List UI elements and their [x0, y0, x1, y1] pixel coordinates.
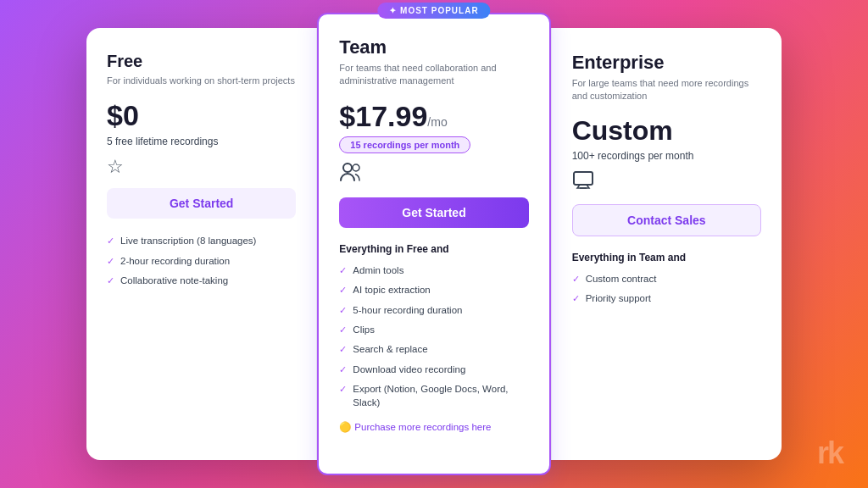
enterprise-plan-price: Custom — [572, 115, 761, 147]
purchase-recordings-link[interactable]: 🟡Purchase more recordings here — [339, 421, 528, 433]
team-plan-description: For teams that need collaboration and ad… — [339, 62, 528, 88]
free-feature-1: ✓Live transcription (8 languages) — [107, 234, 296, 247]
check-icon: ✓ — [107, 255, 114, 268]
check-icon: ✓ — [572, 292, 580, 305]
check-icon: ✓ — [339, 383, 347, 396]
free-plan-description: For individuals working on short-term pr… — [107, 75, 296, 87]
team-feature-5: ✓Search & replace — [339, 342, 528, 356]
team-price-permonth: /mo — [427, 115, 447, 129]
enterprise-features-heading: Everything in Team and — [572, 252, 761, 263]
team-feature-2: ✓AI topic extraction — [339, 283, 528, 297]
svg-point-0 — [343, 164, 352, 172]
check-icon: ✓ — [107, 274, 114, 287]
team-get-started-button[interactable]: Get Started — [339, 197, 528, 228]
free-feature-list: ✓Live transcription (8 languages) ✓2-hou… — [107, 234, 296, 287]
team-feature-4: ✓Clips — [339, 323, 528, 336]
check-icon: ✓ — [339, 284, 347, 297]
check-icon: ✓ — [339, 324, 347, 336]
purchase-link-text: Purchase more recordings here — [354, 422, 491, 432]
free-feature-2: ✓2-hour recording duration — [107, 254, 296, 268]
team-feature-list: ✓Admin tools ✓AI topic extraction ✓5-hou… — [339, 263, 528, 410]
team-features-heading: Everything in Free and — [339, 243, 528, 255]
watermark: rk — [817, 435, 843, 471]
enterprise-contact-sales-button[interactable]: Contact Sales — [572, 204, 761, 236]
check-icon: ✓ — [339, 363, 347, 376]
svg-point-1 — [353, 164, 359, 171]
check-icon: ✓ — [107, 235, 114, 247]
plan-enterprise: Enterprise For large teams that need mor… — [551, 28, 782, 460]
team-recordings-badge: 15 recordings per month — [339, 136, 470, 153]
enterprise-feature-list: ✓Custom contract ✓Priority support — [572, 272, 761, 306]
enterprise-plan-icon — [572, 170, 761, 194]
team-plan-price: $17.99/mo — [339, 100, 528, 133]
enterprise-plan-recordings: 100+ recordings per month — [572, 150, 761, 162]
team-feature-6: ✓Download video recording — [339, 363, 528, 376]
svg-rect-2 — [574, 172, 593, 185]
purchase-emoji: 🟡 — [339, 422, 351, 432]
free-plan-recordings: 5 free lifetime recordings — [107, 136, 296, 147]
free-plan-icon: ☆ — [107, 156, 296, 178]
plan-free: Free For individuals working on short-te… — [86, 28, 317, 460]
free-plan-name: Free — [107, 52, 296, 71]
enterprise-plan-name: Enterprise — [572, 52, 761, 74]
free-plan-price: $0 — [107, 99, 296, 132]
enterprise-feature-2: ✓Priority support — [572, 291, 761, 305]
check-icon: ✓ — [339, 304, 347, 317]
team-feature-3: ✓5-hour recording duration — [339, 303, 528, 317]
plan-team: ✦ MOST POPULAR Team For teams that need … — [317, 13, 550, 475]
pricing-container: Free For individuals working on short-te… — [86, 28, 782, 460]
team-feature-1: ✓Admin tools — [339, 263, 528, 277]
team-plan-icon — [339, 162, 528, 187]
enterprise-plan-description: For large teams that need more recording… — [572, 77, 761, 103]
most-popular-badge: ✦ MOST POPULAR — [377, 3, 490, 19]
enterprise-feature-1: ✓Custom contract — [572, 272, 761, 286]
check-icon: ✓ — [339, 264, 347, 277]
team-price-value: $17.99 — [339, 100, 427, 132]
free-feature-3: ✓Collaborative note-taking — [107, 274, 296, 287]
check-icon: ✓ — [572, 273, 580, 286]
team-feature-7: ✓Export (Notion, Google Docs, Word, Slac… — [339, 382, 528, 409]
team-plan-name: Team — [339, 36, 528, 58]
check-icon: ✓ — [339, 343, 347, 356]
free-get-started-button[interactable]: Get Started — [107, 188, 296, 219]
